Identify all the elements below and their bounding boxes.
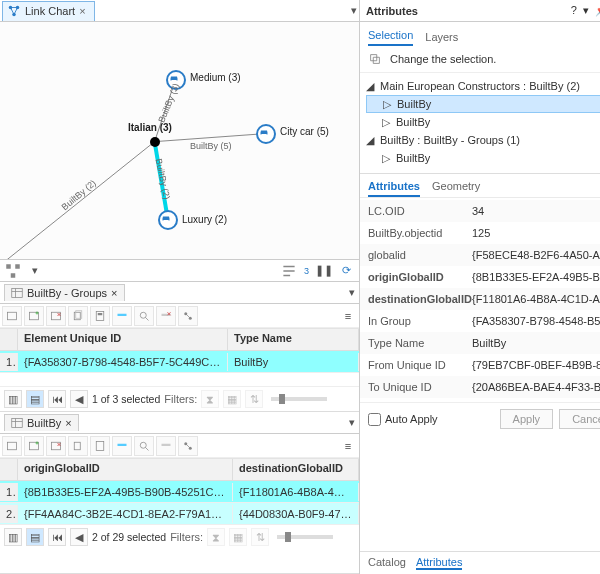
add-row-icon[interactable] bbox=[24, 306, 44, 326]
svg-rect-17 bbox=[98, 313, 103, 315]
table-groups-tab[interactable]: BuiltBy - Groups × bbox=[4, 284, 125, 301]
filter-extent-icon[interactable]: ▦ bbox=[229, 528, 247, 546]
table-row[interactable]: 1 {8B1B33E5-EF2A-49B5-B90B-45251C7458E6}… bbox=[0, 481, 359, 503]
show-selected-icon[interactable]: ▤ bbox=[26, 390, 44, 408]
tree-node-main[interactable]: ◢Main European Constructors : BuiltBy (2… bbox=[366, 77, 600, 95]
filter-range-icon[interactable]: ⇅ bbox=[251, 528, 269, 546]
table-icon bbox=[11, 287, 23, 299]
svg-point-19 bbox=[140, 312, 146, 318]
node-citycar[interactable] bbox=[256, 124, 276, 144]
zoom-icon[interactable] bbox=[134, 436, 154, 456]
hamburger-icon[interactable]: ≡ bbox=[339, 437, 357, 455]
pause-icon[interactable]: ❚❚ bbox=[315, 262, 333, 280]
table-groups-tab-label: BuiltBy - Groups bbox=[27, 287, 107, 299]
autohide-icon[interactable]: ▾ bbox=[583, 4, 589, 17]
prev-icon[interactable]: ◀ bbox=[70, 528, 88, 546]
close-icon[interactable]: × bbox=[79, 5, 85, 17]
tab-layers[interactable]: Layers bbox=[425, 31, 458, 46]
node-luxury[interactable] bbox=[158, 210, 178, 230]
svg-rect-9 bbox=[11, 273, 16, 278]
tab-catalog[interactable]: Catalog bbox=[368, 556, 406, 570]
clear-sel-icon[interactable] bbox=[156, 306, 176, 326]
svg-rect-26 bbox=[52, 442, 61, 450]
select-icon[interactable] bbox=[112, 436, 132, 456]
tree-node-groups[interactable]: ◢BuiltBy : BuiltBy - Groups (1) bbox=[366, 131, 600, 149]
calc-icon[interactable] bbox=[90, 436, 110, 456]
table-groups-panel: BuiltBy - Groups × ▾ ≡ Element Unique ID… bbox=[0, 282, 359, 412]
attribute-table: LC.OID34 BuiltBy.objectid125 globalid{F5… bbox=[360, 197, 600, 402]
col-origin-globalid[interactable]: originGlobalID bbox=[18, 459, 233, 480]
filter-range-icon[interactable]: ⇅ bbox=[245, 390, 263, 408]
col-element-unique-id[interactable]: Element Unique ID bbox=[18, 329, 228, 350]
tab-attributes-bottom[interactable]: Attributes bbox=[416, 556, 462, 570]
node-italian[interactable] bbox=[150, 137, 160, 147]
tab-geometry[interactable]: Geometry bbox=[432, 180, 480, 197]
close-icon[interactable]: × bbox=[65, 417, 71, 429]
tab-selection[interactable]: Selection bbox=[368, 29, 413, 46]
layout-caret[interactable]: ▾ bbox=[26, 262, 44, 280]
copy-icon[interactable] bbox=[68, 306, 88, 326]
prev-icon[interactable]: ◀ bbox=[70, 390, 88, 408]
attributes-subtabs: Selection Layers bbox=[360, 22, 600, 46]
tree-node-builtby[interactable]: ▷BuiltBy bbox=[366, 113, 600, 131]
tab-overflow-caret[interactable]: ▾ bbox=[351, 4, 357, 17]
auto-apply-checkbox[interactable]: Auto Apply bbox=[368, 413, 438, 426]
tree-node-builtby[interactable]: ▷BuiltBy bbox=[366, 149, 600, 167]
svg-rect-18 bbox=[118, 313, 127, 315]
table-row[interactable]: 2 {FF4AA84C-3B2E-4CD1-8EA2-F79A1F7335C5}… bbox=[0, 503, 359, 525]
layout-tool-icon[interactable] bbox=[4, 262, 22, 280]
selection-status: 2 of 29 selected bbox=[92, 531, 166, 543]
related-icon[interactable] bbox=[178, 306, 198, 326]
show-all-icon[interactable]: ▥ bbox=[4, 390, 22, 408]
link-chart-tab[interactable]: Link Chart × bbox=[2, 1, 95, 21]
link-chart-canvas[interactable]: Medium (3) Italian (3) City car (5) Luxu… bbox=[0, 22, 359, 260]
calc-icon[interactable] bbox=[90, 306, 110, 326]
clear-sel-icon[interactable] bbox=[156, 436, 176, 456]
show-all-icon[interactable]: ▥ bbox=[4, 528, 22, 546]
edge-e-label: BuiltBy (5) bbox=[190, 141, 232, 151]
svg-rect-10 bbox=[12, 289, 23, 298]
col-type-name[interactable]: Type Name bbox=[228, 329, 359, 350]
tab-overflow-caret[interactable]: ▾ bbox=[349, 416, 355, 429]
first-icon[interactable]: ⏮ bbox=[48, 528, 66, 546]
filter-extent-icon[interactable]: ▦ bbox=[223, 390, 241, 408]
tab-overflow-caret[interactable]: ▾ bbox=[349, 286, 355, 299]
filter-time-icon[interactable]: ⧗ bbox=[207, 528, 225, 546]
hamburger-icon[interactable]: ≡ bbox=[339, 307, 357, 325]
svg-point-30 bbox=[140, 442, 146, 448]
svg-rect-16 bbox=[96, 311, 104, 320]
col-destination-globalid[interactable]: destinationGlobalID bbox=[233, 459, 359, 480]
zoom-slider[interactable] bbox=[277, 535, 333, 539]
cancel-button[interactable]: Cancel bbox=[559, 409, 600, 429]
refresh-icon[interactable]: ⟳ bbox=[337, 262, 355, 280]
table-builtby-tab[interactable]: BuiltBy × bbox=[4, 414, 79, 431]
first-icon[interactable]: ⏮ bbox=[48, 390, 66, 408]
change-selection-icon[interactable] bbox=[368, 52, 382, 66]
help-icon[interactable]: ? bbox=[571, 4, 577, 17]
field-view-icon[interactable] bbox=[2, 436, 22, 456]
zoom-icon[interactable] bbox=[134, 306, 154, 326]
field-view-icon[interactable] bbox=[2, 306, 22, 326]
link-chart-tabbar: Link Chart × ▾ bbox=[0, 0, 359, 22]
select-icon[interactable] bbox=[112, 306, 132, 326]
delete-row-icon[interactable] bbox=[46, 306, 66, 326]
table-builtby-toolbar: ≡ bbox=[0, 434, 359, 458]
link-filter-icon[interactable] bbox=[280, 262, 298, 280]
edge-count-badge[interactable]: 3 bbox=[302, 262, 311, 280]
tab-attributes[interactable]: Attributes bbox=[368, 180, 420, 197]
apply-button[interactable]: Apply bbox=[500, 409, 554, 429]
svg-rect-28 bbox=[96, 441, 104, 450]
selection-tree: ◢Main European Constructors : BuiltBy (2… bbox=[360, 73, 600, 174]
copy-icon[interactable] bbox=[68, 436, 88, 456]
table-row[interactable]: 1 {FA358307-B798-4548-B5F7-5C449C61B61C}… bbox=[0, 351, 359, 373]
delete-row-icon[interactable] bbox=[46, 436, 66, 456]
show-selected-icon[interactable]: ▤ bbox=[26, 528, 44, 546]
related-icon[interactable] bbox=[178, 436, 198, 456]
zoom-slider[interactable] bbox=[271, 397, 327, 401]
close-icon[interactable]: × bbox=[111, 287, 117, 299]
filter-time-icon[interactable]: ⧗ bbox=[201, 390, 219, 408]
add-row-icon[interactable] bbox=[24, 436, 44, 456]
tree-node-builtby-selected[interactable]: ▷BuiltBy bbox=[366, 95, 600, 113]
svg-rect-8 bbox=[15, 264, 20, 269]
pin-icon[interactable]: 📌 bbox=[595, 4, 600, 17]
